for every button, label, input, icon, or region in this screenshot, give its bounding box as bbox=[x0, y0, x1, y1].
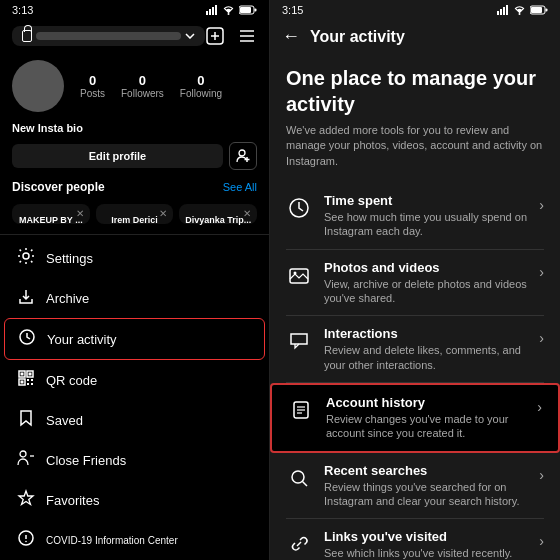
menu-item-qrcode[interactable]: QR code bbox=[4, 360, 265, 400]
svg-rect-41 bbox=[531, 7, 542, 13]
settings-label: Settings bbox=[46, 251, 93, 266]
svg-rect-25 bbox=[27, 379, 29, 381]
links-visited-text: Links you've visited See which links you… bbox=[324, 529, 527, 560]
edit-profile-button[interactable]: Edit profile bbox=[12, 144, 223, 168]
lock-icon bbox=[22, 30, 32, 42]
photos-videos-desc: View, archive or delete photos and video… bbox=[324, 277, 527, 306]
right-battery-icon bbox=[530, 5, 548, 15]
back-button[interactable]: ← bbox=[282, 26, 300, 47]
svg-rect-40 bbox=[546, 9, 548, 12]
photos-videos-chevron: › bbox=[539, 264, 544, 280]
svg-rect-20 bbox=[21, 373, 24, 376]
main-subtext: We've added more tools for you to review… bbox=[286, 123, 544, 169]
svg-rect-2 bbox=[212, 7, 214, 15]
person-card-0: ✕ MAKEUP BY ... Instagramrecommended Fol… bbox=[12, 204, 90, 224]
archive-icon-menu bbox=[16, 287, 36, 309]
dismiss-person-0[interactable]: ✕ bbox=[76, 208, 84, 219]
svg-rect-1 bbox=[209, 9, 211, 15]
links-visited-title: Links you've visited bbox=[324, 529, 527, 544]
left-top-bar bbox=[0, 20, 269, 52]
svg-point-49 bbox=[292, 471, 304, 483]
time-spent-title: Time spent bbox=[324, 193, 527, 208]
right-status-icons bbox=[497, 5, 548, 15]
left-time: 3:13 bbox=[12, 4, 33, 16]
menu-item-archive[interactable]: Archive bbox=[4, 278, 265, 318]
signal-icon bbox=[206, 5, 218, 15]
bio-name: New Insta bio bbox=[0, 120, 269, 136]
main-heading: One place to manage your activity bbox=[286, 65, 544, 117]
left-panel: 3:13 bbox=[0, 0, 270, 560]
svg-rect-6 bbox=[255, 9, 257, 12]
recent-searches-text: Recent searches Review things you've sea… bbox=[324, 463, 527, 509]
menu-item-covid[interactable]: COVID-19 Information Center bbox=[4, 520, 265, 560]
activity-icon bbox=[17, 328, 37, 350]
posts-stat: 0 Posts bbox=[80, 73, 105, 99]
svg-line-50 bbox=[303, 481, 308, 486]
svg-rect-36 bbox=[503, 7, 505, 15]
svg-rect-26 bbox=[31, 379, 33, 381]
favorites-icon bbox=[16, 489, 36, 511]
activity-item-time-spent[interactable]: Time spent See how much time you usually… bbox=[286, 183, 544, 250]
interactions-icon bbox=[286, 328, 312, 354]
person-sub-1: Instagramrecommended bbox=[109, 229, 160, 230]
svg-point-29 bbox=[20, 451, 26, 457]
profile-section: 0 Posts 0 Followers 0 Following bbox=[0, 52, 269, 120]
interactions-chevron: › bbox=[539, 330, 544, 346]
links-visited-desc: See which links you've visited recently. bbox=[324, 546, 527, 560]
svg-rect-34 bbox=[497, 11, 499, 15]
interactions-title: Interactions bbox=[324, 326, 527, 341]
qrcode-icon bbox=[16, 369, 36, 391]
add-person-icon[interactable] bbox=[229, 142, 257, 170]
svg-rect-35 bbox=[500, 9, 502, 15]
interactions-text: Interactions Review and delete likes, co… bbox=[324, 326, 527, 372]
photos-videos-title: Photos and videos bbox=[324, 260, 527, 275]
svg-point-38 bbox=[519, 13, 521, 15]
right-top-bar: ← Your activity bbox=[270, 20, 560, 53]
left-status-icons bbox=[206, 5, 257, 15]
menu-item-settings[interactable]: Settings bbox=[4, 238, 265, 278]
activity-item-links-visited[interactable]: Links you've visited See which links you… bbox=[286, 519, 544, 560]
right-time: 3:15 bbox=[282, 4, 303, 16]
favorites-label: Favorites bbox=[46, 493, 99, 508]
recent-searches-icon bbox=[286, 465, 312, 491]
person-name-0: MAKEUP BY ... bbox=[19, 215, 83, 226]
svg-rect-37 bbox=[506, 5, 508, 15]
activity-item-recent-searches[interactable]: Recent searches Review things you've sea… bbox=[286, 453, 544, 520]
covid-icon bbox=[16, 529, 36, 551]
menu-item-favorites[interactable]: Favorites bbox=[4, 480, 265, 520]
followers-stat: 0 Followers bbox=[121, 73, 164, 99]
username-pill[interactable] bbox=[12, 26, 205, 46]
activity-item-interactions[interactable]: Interactions Review and delete likes, co… bbox=[286, 316, 544, 383]
discover-header: Discover people See All bbox=[0, 176, 269, 198]
menu-items: Settings Archive Your activity QR code S… bbox=[0, 238, 269, 560]
avatar bbox=[12, 60, 64, 112]
dismiss-person-1[interactable]: ✕ bbox=[159, 208, 167, 219]
recent-searches-title: Recent searches bbox=[324, 463, 527, 478]
person-add-icon bbox=[236, 149, 250, 163]
top-bar-actions bbox=[205, 26, 257, 46]
recent-searches-chevron: › bbox=[539, 467, 544, 483]
edit-profile-row: Edit profile bbox=[0, 136, 269, 176]
menu-item-close-friends[interactable]: Close Friends bbox=[4, 440, 265, 480]
time-spent-icon bbox=[286, 195, 312, 221]
activity-item-account-history[interactable]: Account history Review changes you've ma… bbox=[270, 383, 560, 453]
person-card-2: ✕ Divyanka Trip... Instagramrecommended … bbox=[179, 204, 257, 224]
menu-item-saved[interactable]: Saved bbox=[4, 400, 265, 440]
add-icon[interactable] bbox=[205, 26, 225, 46]
account-history-icon bbox=[288, 397, 314, 423]
right-signal-icon bbox=[497, 5, 509, 15]
menu-item-activity[interactable]: Your activity bbox=[4, 318, 265, 360]
right-panel-title: Your activity bbox=[310, 28, 405, 46]
svg-point-17 bbox=[23, 253, 29, 259]
settings-icon bbox=[16, 247, 36, 269]
right-status-bar: 3:15 bbox=[270, 0, 560, 20]
activity-item-photos-videos[interactable]: Photos and videos View, archive or delet… bbox=[286, 250, 544, 317]
svg-point-4 bbox=[228, 13, 230, 15]
photos-videos-icon bbox=[286, 262, 312, 288]
dismiss-person-2[interactable]: ✕ bbox=[243, 208, 251, 219]
svg-point-44 bbox=[294, 271, 297, 274]
menu-icon[interactable] bbox=[237, 26, 257, 46]
saved-icon bbox=[16, 409, 36, 431]
see-all-link[interactable]: See All bbox=[223, 181, 257, 193]
svg-rect-3 bbox=[215, 5, 217, 15]
